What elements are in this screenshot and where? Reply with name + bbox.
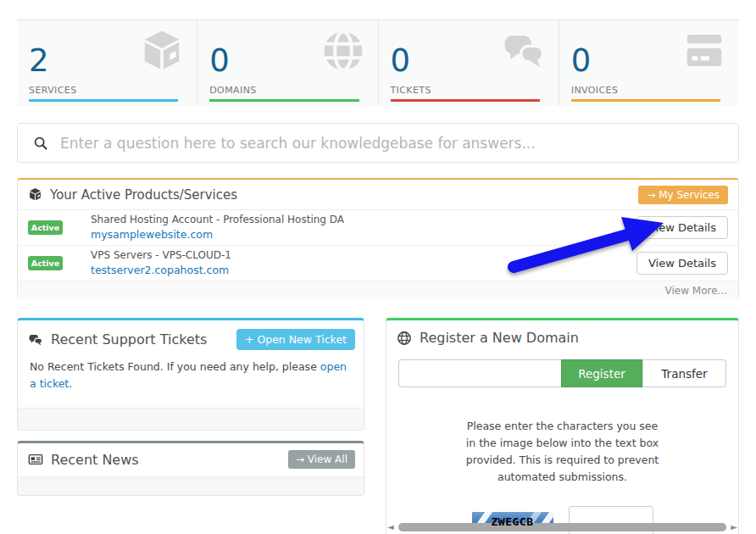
stats-row: 2 SERVICES 0 DOMAINS 0 TICKETS bbox=[17, 19, 739, 106]
stat-value: 0 bbox=[209, 42, 230, 79]
products-title: Your Active Products/Services bbox=[50, 187, 237, 203]
stat-label: DOMAINS bbox=[209, 85, 256, 96]
box-icon bbox=[139, 28, 185, 74]
domain-search-form: Register Transfer bbox=[398, 359, 726, 387]
stat-accent-bar bbox=[391, 99, 540, 102]
status-badge: Active bbox=[28, 220, 63, 235]
stat-value: 0 bbox=[571, 42, 592, 79]
tickets-empty-message: No Recent Tickets Found. If you need any… bbox=[18, 355, 364, 396]
recent-news-panel: Recent News → View All bbox=[17, 441, 364, 496]
domain-header: Register a New Domain bbox=[386, 320, 738, 351]
stat-label: INVOICES bbox=[571, 85, 619, 96]
stat-label: SERVICES bbox=[29, 85, 77, 96]
stat-value: 2 bbox=[29, 42, 49, 79]
arrow-right-icon: → bbox=[647, 189, 655, 201]
support-tickets-panel: Recent Support Tickets + Open New Ticket… bbox=[17, 318, 364, 431]
news-title: Recent News bbox=[51, 452, 139, 468]
products-header: Your Active Products/Services → My Servi… bbox=[18, 180, 738, 210]
tickets-footer bbox=[18, 408, 364, 430]
product-row: Active Shared Hosting Account - Professi… bbox=[18, 210, 738, 246]
stat-invoices[interactable]: 0 INVOICES bbox=[559, 20, 739, 106]
my-services-button[interactable]: → My Services bbox=[638, 186, 728, 204]
plus-icon: + bbox=[245, 333, 253, 346]
stat-domains[interactable]: 0 DOMAINS bbox=[197, 20, 378, 106]
chat-bubbles-icon bbox=[501, 28, 547, 74]
scroll-right-arrow[interactable]: ► bbox=[731, 523, 737, 531]
stat-value: 0 bbox=[391, 42, 411, 79]
product-row: Active VPS Servers - VPS-CLOUD-1 testser… bbox=[18, 246, 738, 281]
arrow-right-icon: → bbox=[296, 453, 304, 465]
globe-icon bbox=[320, 28, 366, 74]
active-products-panel: Your Active Products/Services → My Servi… bbox=[17, 178, 739, 299]
domain-title: Register a New Domain bbox=[420, 330, 579, 346]
globe-icon bbox=[397, 331, 412, 346]
products-footer: View More... bbox=[18, 281, 738, 300]
stat-tickets[interactable]: 0 TICKETS bbox=[379, 20, 559, 106]
transfer-button[interactable]: Transfer bbox=[642, 359, 726, 387]
domain-panel-scrollbar: ◄ ► bbox=[387, 523, 737, 531]
stat-label: TICKETS bbox=[391, 85, 431, 96]
view-details-button[interactable]: View Details bbox=[636, 252, 728, 275]
product-name: Shared Hosting Account - Professional Ho… bbox=[91, 213, 344, 227]
captcha-code: ZWEGCB bbox=[492, 515, 534, 528]
stat-accent-bar bbox=[209, 99, 359, 102]
search-input[interactable] bbox=[60, 135, 723, 152]
stat-accent-bar bbox=[571, 99, 720, 102]
product-name: VPS Servers - VPS-CLOUD-1 bbox=[91, 248, 231, 263]
domain-input[interactable] bbox=[398, 359, 561, 387]
status-badge: Active bbox=[28, 256, 63, 270]
product-domain-link[interactable]: testserver2.copahost.com bbox=[91, 263, 231, 278]
search-icon bbox=[33, 136, 48, 151]
chat-bubbles-icon bbox=[28, 332, 43, 348]
view-details-button[interactable]: View Details bbox=[636, 216, 728, 239]
product-domain-link[interactable]: mysamplewebsite.com bbox=[91, 227, 344, 242]
stat-services[interactable]: 2 SERVICES bbox=[17, 20, 197, 106]
view-more-link[interactable]: View More... bbox=[665, 285, 727, 297]
box-icon bbox=[28, 187, 42, 202]
credit-card-icon bbox=[681, 28, 727, 74]
newspaper-icon bbox=[28, 452, 43, 467]
open-new-ticket-button[interactable]: + Open New Ticket bbox=[236, 329, 355, 350]
captcha-instructions: Please enter the characters you see in t… bbox=[459, 418, 667, 486]
scroll-left-arrow[interactable]: ◄ bbox=[387, 523, 394, 531]
view-all-button[interactable]: → View All bbox=[288, 450, 355, 469]
scroll-thumb[interactable] bbox=[398, 523, 727, 531]
stat-accent-bar bbox=[29, 99, 178, 102]
register-domain-panel: Register a New Domain Register Transfer … bbox=[386, 318, 739, 534]
news-header: Recent News → View All bbox=[18, 443, 364, 474]
knowledgebase-search bbox=[17, 123, 739, 163]
news-footer bbox=[18, 476, 364, 495]
tickets-header: Recent Support Tickets + Open New Ticket bbox=[18, 320, 364, 355]
tickets-title: Recent Support Tickets bbox=[51, 331, 207, 348]
register-button[interactable]: Register bbox=[561, 359, 642, 387]
